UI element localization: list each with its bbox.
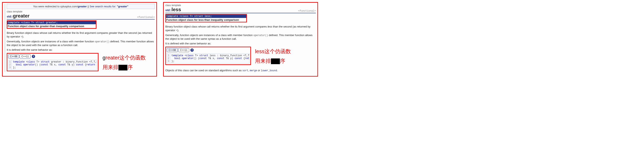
redirect-sep: || bbox=[87, 5, 90, 8]
tab-cpp98[interactable]: C++98 bbox=[167, 48, 178, 52]
objects-paragraph: Objects of this class can be used on sta… bbox=[165, 69, 316, 72]
tab-cpp11[interactable]: C++11 bbox=[20, 54, 30, 58]
paragraph-1: Binary function object class whose call … bbox=[7, 31, 155, 38]
annotation-greater: greater这个仿函数 用来排序 bbox=[102, 53, 146, 72]
p2-mono: operator() bbox=[95, 40, 110, 43]
tab-cpp11[interactable]: C++11 bbox=[178, 48, 189, 52]
annotation-less: less这个仿函数 用来排序 bbox=[255, 47, 291, 66]
title: std::less bbox=[165, 7, 181, 12]
declaration-desc: Function object class for less-than ineq… bbox=[166, 18, 246, 22]
redirect-quoted: "greater" bbox=[117, 5, 128, 8]
declaration-box: template <class T> struct greater; Funct… bbox=[7, 20, 96, 29]
kind-label: class template bbox=[7, 10, 155, 13]
p2-mono: operator() bbox=[254, 34, 268, 37]
p1-op: > bbox=[21, 35, 22, 38]
p2-b: are instances of a class with member fun… bbox=[40, 40, 95, 43]
redirect-term: greater bbox=[78, 5, 87, 8]
code-content: template <class T> struct greater : bina… bbox=[12, 60, 97, 70]
paragraph-3: It is defined with the same behavior as: bbox=[165, 42, 316, 45]
annot-line2: 用来排序 bbox=[102, 62, 146, 72]
obj-sep2: or bbox=[257, 69, 261, 72]
namespace: std:: bbox=[165, 8, 172, 12]
code-box: C++98 C++11 ? 1 2 3 template <class T> s… bbox=[7, 53, 98, 71]
p1-c: ). bbox=[22, 35, 24, 38]
class-name: less bbox=[172, 7, 181, 12]
help-icon[interactable]: ? bbox=[190, 48, 194, 52]
obj-end: . bbox=[277, 69, 278, 72]
paragraph-2: Generically, function objects are instan… bbox=[7, 40, 155, 47]
p2-a: Generically, bbox=[165, 34, 180, 37]
version-tabs: C++98 C++11 ? bbox=[167, 48, 250, 52]
p2-em: function objects bbox=[180, 34, 198, 37]
title: std::greater bbox=[7, 13, 30, 19]
p2-em: function objects bbox=[21, 40, 40, 43]
declaration-code: template <class T> struct less; bbox=[166, 15, 246, 18]
obj-a: Objects of this class can be used on sta… bbox=[165, 69, 242, 72]
class-name: greater bbox=[13, 13, 29, 18]
p1-em: less bbox=[268, 25, 272, 28]
p1-a: Binary function object class whose call … bbox=[7, 31, 109, 34]
paragraph-2: Generically, function objects are instan… bbox=[165, 33, 316, 41]
link-sort[interactable]: sort bbox=[242, 69, 248, 72]
redirect-prefix: You were redirected to cplusplus.com/ bbox=[33, 5, 78, 8]
redirect-bar: You were redirected to cplusplus.com/gre… bbox=[7, 4, 155, 9]
code-box: C++98 C++11 ? 1 2 3 template <class T> s… bbox=[165, 47, 251, 65]
code-content: template <class T> struct less : binary_… bbox=[170, 54, 249, 63]
line-numbers: 1 2 3 bbox=[167, 54, 170, 63]
declaration-box: template <class T> struct less; Function… bbox=[165, 14, 247, 22]
line-numbers: 1 2 3 bbox=[8, 60, 12, 70]
p2-b: are instances of a class with member fun… bbox=[198, 34, 254, 37]
namespace: std:: bbox=[7, 15, 13, 18]
obj-sep1: , bbox=[248, 69, 250, 72]
p1-em: greater bbox=[109, 31, 117, 34]
paragraph-3: It is defined with the same behavior as: bbox=[7, 48, 155, 52]
declaration-desc: Function object class for greater-than i… bbox=[7, 24, 96, 28]
greater-panel: You were redirected to cplusplus.com/gre… bbox=[2, 2, 157, 77]
version-tabs: C++98 C++11 ? bbox=[8, 54, 97, 58]
title-row: std::greater <functional> bbox=[7, 13, 155, 19]
code-block: 1 2 3 template <class T> struct greater … bbox=[8, 60, 97, 70]
code-block: 1 2 3 template <class T> struct less : b… bbox=[167, 53, 250, 64]
redirect-see-link[interactable]: See search results for: bbox=[90, 5, 116, 8]
p1-c: ). bbox=[177, 29, 179, 32]
title-row: std::less <functional> bbox=[165, 7, 316, 13]
help-icon[interactable]: ? bbox=[32, 55, 35, 58]
paragraph-1: Binary function object class whose call … bbox=[165, 25, 316, 32]
header-tag: <functional> bbox=[137, 16, 155, 19]
kind-label: class template bbox=[165, 4, 316, 7]
p1-a: Binary function object class whose call … bbox=[165, 25, 268, 28]
link-lower-bound[interactable]: lower_bound bbox=[261, 69, 277, 72]
scroll-gutter: You were redirected to cplusplus.com/gre… bbox=[4, 4, 155, 72]
declaration-code: template <class T> struct greater; bbox=[7, 21, 96, 24]
p2-a: Generically, bbox=[7, 40, 21, 43]
tab-cpp98[interactable]: C++98 bbox=[8, 54, 19, 58]
link-merge[interactable]: merge bbox=[250, 69, 257, 72]
redacted-box bbox=[118, 65, 128, 70]
annot-line1: greater这个仿函数 bbox=[102, 53, 146, 62]
annot-line1: less这个仿函数 bbox=[255, 47, 291, 56]
annot-line2: 用来排序 bbox=[255, 56, 291, 66]
header-tag: <functional> bbox=[298, 9, 316, 12]
redacted-box bbox=[271, 58, 280, 64]
less-panel: class template std::less <functional> te… bbox=[163, 2, 318, 77]
